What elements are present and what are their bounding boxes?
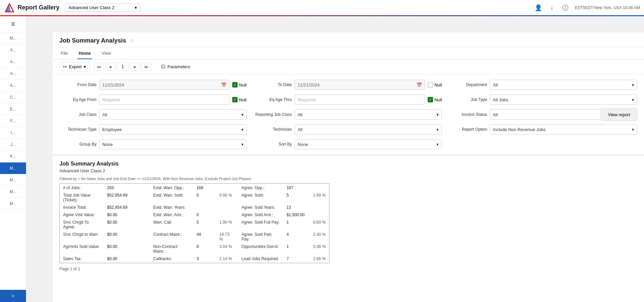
- eq-age-thru-null-checkbox[interactable]: ✓: [428, 97, 433, 102]
- sidebar-item-j[interactable]: J...: [0, 139, 26, 151]
- sort-by-select[interactable]: None ▾: [295, 139, 442, 149]
- calendar-icon[interactable]: 📅: [221, 82, 226, 87]
- technician-type-select[interactable]: Employee ▾: [99, 124, 247, 134]
- eq-age-from-row: Eq Age From Required ✓ Null: [59, 95, 247, 105]
- col2-val: [194, 204, 216, 211]
- page-first-button[interactable]: ⏮: [94, 63, 104, 71]
- tab-home[interactable]: Home: [77, 48, 92, 59]
- job-type-row: Job Type All Jobs ▾: [450, 95, 637, 105]
- col1-val: $52,954.69: [104, 192, 131, 203]
- user-icon[interactable]: 👤: [534, 4, 542, 12]
- from-date-null-checkbox[interactable]: ✓: [232, 82, 238, 87]
- sidebar-item-a1[interactable]: A...: [0, 44, 26, 56]
- col2-label: Extd. Warr. Opp.:: [148, 184, 193, 191]
- to-date-input[interactable]: 11/21/2024 📅: [295, 80, 425, 90]
- sidebar-item-m1[interactable]: M...: [0, 32, 26, 44]
- col1-pct: [132, 192, 147, 203]
- report-dropdown[interactable]: Advanced User Class 2 ▾: [65, 3, 141, 12]
- menu-icon: ☰: [11, 22, 15, 27]
- page-prev-button[interactable]: ◄: [105, 63, 115, 71]
- report-title-bar: Job Summary Analysis ☆: [53, 32, 644, 48]
- tab-file[interactable]: File: [59, 48, 69, 59]
- sidebar-item-a2[interactable]: A...: [0, 56, 26, 68]
- col3-pct: 2.66 %: [311, 255, 328, 262]
- eq-age-from-input[interactable]: Required: [99, 95, 230, 105]
- col1-pct: [132, 204, 147, 211]
- col1-label: # of Jobs:: [60, 184, 104, 191]
- col2-pct: [217, 211, 236, 218]
- job-type-value: All Jobs: [493, 97, 508, 102]
- calendar2-icon[interactable]: 📅: [417, 82, 422, 87]
- filter-icon: ⛾: [161, 64, 165, 69]
- sidebar-item-m-active[interactable]: M...: [0, 162, 26, 174]
- export-button[interactable]: ↦ Export ▾: [59, 62, 90, 71]
- sidebar-collapse-arrow[interactable]: >: [0, 290, 26, 302]
- app-title: Report Gallery: [18, 4, 59, 11]
- sidebar-item-m2[interactable]: M...: [0, 174, 26, 186]
- reporting-job-class-value: All: [298, 112, 302, 117]
- user-timezone: EST5EDT-New York, USA 10:46 AM: [575, 5, 640, 10]
- topnav-right: 👤 ↓ ⓘ EST5EDT-New York, USA 10:46 AM: [534, 4, 640, 12]
- col3-pct: [311, 211, 328, 218]
- eq-age-thru-null[interactable]: ✓ Null: [428, 97, 442, 102]
- export-label: Export: [69, 64, 82, 69]
- sidebar: ☰ M... A... A... A... A... C... E... F..…: [0, 16, 26, 302]
- to-date-null[interactable]: Null: [428, 82, 442, 87]
- department-select[interactable]: All ▾: [490, 80, 637, 90]
- from-date-input[interactable]: 11/21/2024 📅: [99, 80, 230, 90]
- job-type-select[interactable]: All Jobs ▾: [490, 95, 637, 105]
- technician-type-value: Employee: [102, 127, 122, 132]
- sidebar-item-k[interactable]: K...: [0, 151, 26, 162]
- help-icon[interactable]: ⓘ: [561, 4, 569, 12]
- technician-select[interactable]: All ▾: [295, 124, 442, 134]
- sidebar-item-i[interactable]: I...: [0, 127, 26, 139]
- to-date-null-checkbox[interactable]: [428, 82, 433, 87]
- eq-age-thru-input[interactable]: Required: [295, 95, 425, 105]
- page-next-button[interactable]: ►: [130, 63, 140, 71]
- sidebar-item-m4[interactable]: M...: [0, 198, 26, 210]
- star-icon[interactable]: ☆: [129, 37, 134, 44]
- col1-label: Srvc Chrgd To Agree:: [60, 219, 104, 230]
- technician-value: All: [298, 127, 302, 132]
- col1-val: $0.00: [104, 231, 131, 243]
- sidebar-item-m3[interactable]: M...: [0, 186, 26, 198]
- sidebar-toggle[interactable]: ☰: [0, 16, 26, 32]
- col2-val: 44: [194, 231, 216, 243]
- sidebar-item-a4[interactable]: A...: [0, 80, 26, 92]
- col2-label: Callbacks:: [148, 255, 193, 262]
- col3-val: 1: [284, 243, 310, 255]
- eq-age-from-null[interactable]: ✓ Null: [232, 97, 246, 102]
- col1-val: $0.00: [104, 211, 131, 218]
- sort-by-label: Sort By: [255, 142, 292, 147]
- col3-val: 1: [284, 219, 310, 230]
- sidebar-item-c[interactable]: C...: [0, 92, 26, 103]
- report-output: Job Summary Analysis Advanced User Class…: [53, 155, 644, 277]
- job-class-select[interactable]: All ▾: [99, 109, 247, 120]
- invoice-status-value: All: [493, 112, 498, 117]
- from-date-null[interactable]: ✓ Null: [232, 82, 246, 87]
- page-number-input[interactable]: [116, 62, 129, 71]
- eq-age-from-null-checkbox[interactable]: ✓: [232, 97, 238, 102]
- page-last-button[interactable]: ⏭: [141, 63, 152, 71]
- col1-val: $0.00: [104, 255, 131, 262]
- table-row: Agrmnts Sold Value: $0.00 Non-Contract M…: [60, 243, 328, 255]
- col2-val: 0: [194, 192, 216, 203]
- topnav: Report Gallery Advanced User Class 2 ▾ 👤…: [0, 0, 644, 16]
- sidebar-item-f[interactable]: F...: [0, 115, 26, 127]
- col1-pct: [132, 255, 147, 262]
- col3-label: Lead Jobs Required:: [236, 255, 283, 262]
- col2-val: 5: [194, 219, 216, 230]
- parameters-button[interactable]: ⛾ Parameters: [161, 64, 190, 69]
- download-icon[interactable]: ↓: [548, 4, 556, 12]
- report-option-select[interactable]: Include Non Revenue Jobs ▾: [490, 124, 637, 134]
- view-report-button[interactable]: View report: [601, 108, 637, 121]
- output-subtitle: Advanced User Class 2: [59, 168, 637, 173]
- reporting-job-class-select[interactable]: All ▾: [295, 109, 442, 120]
- tab-view[interactable]: View: [100, 48, 112, 59]
- sidebar-item-e[interactable]: E...: [0, 103, 26, 115]
- group-by-select[interactable]: None ▾: [99, 139, 247, 149]
- job-type-label: Job Type: [450, 97, 487, 102]
- sort-by-chevron-icon: ▾: [436, 142, 439, 147]
- sidebar-item-a3[interactable]: A...: [0, 68, 26, 80]
- col1-label: Total Job Value (Ticket):: [60, 192, 104, 203]
